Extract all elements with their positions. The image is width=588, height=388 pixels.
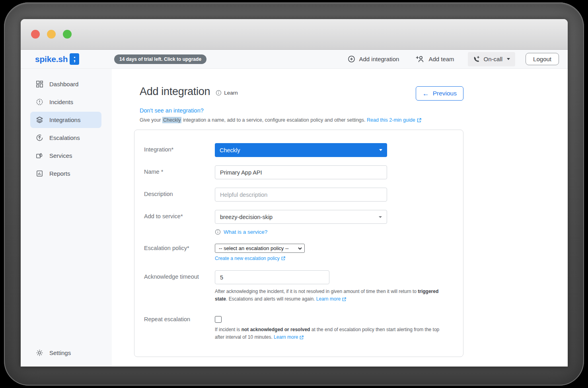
name-label: Name * bbox=[134, 165, 215, 179]
ack-timeout-help: After acknowledging the incident, if it … bbox=[215, 288, 445, 303]
chevron-down-icon bbox=[298, 247, 302, 250]
sidebar-item-label: Settings bbox=[49, 349, 71, 356]
info-icon bbox=[215, 229, 221, 235]
intro-highlight: Checkly bbox=[162, 117, 181, 123]
chevron-down-icon bbox=[379, 149, 382, 151]
learn-label: Learn bbox=[224, 90, 238, 96]
main-content: Add integration Learn ← Previous Don't bbox=[112, 69, 568, 367]
phone-plus-icon bbox=[473, 56, 480, 63]
integration-form-card: Integration* Checkly Name * bbox=[134, 130, 463, 357]
integration-select-value: Checkly bbox=[220, 147, 240, 153]
gear-icon bbox=[36, 349, 43, 357]
sidebar-item-integrations[interactable]: Integrations bbox=[30, 112, 101, 128]
repeat-escalation-checkbox[interactable] bbox=[215, 316, 222, 323]
external-link-icon bbox=[342, 297, 346, 301]
learn-link[interactable]: Learn bbox=[216, 90, 238, 98]
close-window-button[interactable] bbox=[31, 30, 40, 39]
on-call-dropdown[interactable]: On-call bbox=[468, 52, 516, 66]
external-link-icon bbox=[281, 256, 285, 260]
external-link-icon bbox=[417, 118, 421, 122]
sidebar-item-label: Dashboard bbox=[49, 81, 78, 87]
sidebar-item-label: Escalations bbox=[49, 134, 80, 141]
name-input[interactable] bbox=[215, 165, 387, 179]
intro-after: integration a name, add to a service, co… bbox=[181, 117, 367, 123]
service-select[interactable]: breezy-decision-skip bbox=[215, 210, 387, 224]
trial-banner[interactable]: 14 days of trial left. Click to upgrade bbox=[114, 54, 206, 64]
app-window: spike.sh ; 14 days of trial left. Click … bbox=[21, 19, 568, 367]
service-label: Add to service* bbox=[134, 210, 215, 235]
service-select-value: breezy-decision-skip bbox=[220, 214, 273, 220]
brand-name: spike.sh bbox=[35, 54, 68, 64]
learn-more-label: Learn more bbox=[274, 334, 298, 341]
add-integration-label: Add integration bbox=[359, 56, 399, 62]
chevron-down-icon bbox=[379, 216, 382, 218]
repeat-escalation-help: If incident is not acknowledged or resol… bbox=[215, 326, 445, 341]
what-is-service-link[interactable]: What is a service? bbox=[224, 229, 267, 235]
ack-timeout-label: Acknowledge timeout bbox=[134, 270, 215, 303]
learn-more-label: Learn more bbox=[316, 295, 341, 303]
sidebar-item-label: Services bbox=[49, 152, 72, 159]
info-icon bbox=[216, 90, 222, 96]
read-guide-label: Read this 2-min guide bbox=[367, 117, 415, 123]
sidebar-item-label: Integrations bbox=[49, 116, 80, 123]
window-titlebar bbox=[21, 19, 568, 50]
services-icon bbox=[36, 152, 43, 159]
create-escalation-policy-label: Create a new escalation policy bbox=[215, 256, 280, 261]
description-input[interactable] bbox=[215, 188, 387, 202]
previous-button[interactable]: ← Previous bbox=[416, 86, 463, 101]
sidebar-item-incidents[interactable]: Incidents bbox=[30, 94, 101, 110]
sidebar-item-label: Reports bbox=[49, 170, 70, 177]
sidebar-item-dashboard[interactable]: Dashboard bbox=[30, 76, 101, 92]
ack-timeout-input[interactable] bbox=[215, 270, 329, 284]
sidebar-item-services[interactable]: Services bbox=[30, 147, 101, 164]
add-team-icon bbox=[416, 56, 425, 62]
intro-text: Give your Checkly integration a name, ad… bbox=[140, 117, 568, 123]
minimize-window-button[interactable] bbox=[47, 30, 56, 39]
dont-see-integration-link[interactable]: Don't see an integration? bbox=[140, 107, 204, 114]
integration-select[interactable]: Checkly bbox=[215, 143, 387, 157]
ack-help-before: After acknowledging the incident, if it … bbox=[215, 289, 418, 294]
layers-icon bbox=[36, 116, 43, 124]
brand-mark-icon: ; bbox=[70, 53, 79, 65]
sidebar-item-reports[interactable]: Reports bbox=[30, 165, 101, 182]
maximize-window-button[interactable] bbox=[63, 30, 72, 39]
sidebar-item-label: Incidents bbox=[49, 99, 73, 105]
policy-label: Escalation policy* bbox=[134, 244, 215, 262]
repeat-help-bold: not acknowledged or resolved bbox=[241, 327, 310, 332]
sidebar-item-settings[interactable]: Settings bbox=[30, 345, 101, 361]
repeat-help-before: If incident is bbox=[215, 327, 241, 332]
read-guide-link[interactable]: Read this 2-min guide bbox=[367, 117, 421, 123]
ack-help-after: . Escalations and alerts will resume aga… bbox=[226, 296, 316, 302]
create-escalation-policy-link[interactable]: Create a new escalation policy bbox=[215, 256, 285, 261]
integration-label: Integration* bbox=[134, 143, 215, 157]
incident-badge-icon bbox=[36, 98, 43, 106]
escalation-policy-select[interactable]: -- select an escalation policy -- bbox=[215, 244, 305, 253]
escalation-arrow-icon bbox=[36, 134, 43, 142]
add-integration-header-button[interactable]: Add integration bbox=[348, 55, 399, 63]
left-arrow-icon: ← bbox=[423, 90, 429, 97]
repeat-escalation-label: Repeat escalation bbox=[134, 313, 215, 341]
chevron-down-icon bbox=[507, 58, 510, 60]
plus-circle-icon bbox=[348, 55, 355, 63]
ack-learn-more-link[interactable]: Learn more bbox=[316, 295, 346, 303]
escalation-policy-value: -- select an escalation policy -- bbox=[219, 245, 289, 251]
app-header: spike.sh ; 14 days of trial left. Click … bbox=[21, 50, 568, 69]
add-team-label: Add team bbox=[428, 56, 454, 62]
on-call-label: On-call bbox=[484, 56, 503, 62]
reports-icon bbox=[36, 170, 43, 177]
repeat-learn-more-link[interactable]: Learn more bbox=[274, 334, 304, 341]
logout-button[interactable]: Logout bbox=[526, 53, 559, 65]
external-link-icon bbox=[300, 336, 304, 340]
intro-before: Give your bbox=[140, 117, 162, 123]
dashboard-icon bbox=[36, 80, 43, 88]
add-team-button[interactable]: Add team bbox=[416, 56, 454, 62]
sidebar: Dashboard Incidents Integrations bbox=[21, 69, 112, 367]
brand-logo[interactable]: spike.sh ; bbox=[21, 53, 112, 65]
description-label: Description bbox=[134, 188, 215, 202]
sidebar-item-escalations[interactable]: Escalations bbox=[30, 130, 101, 146]
page-title: Add integration bbox=[140, 85, 210, 98]
previous-label: Previous bbox=[433, 90, 457, 97]
